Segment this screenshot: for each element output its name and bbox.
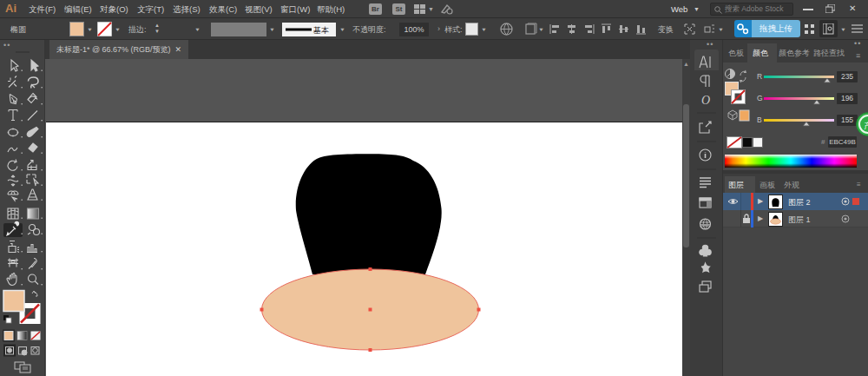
svg-text:O: O — [701, 94, 710, 107]
